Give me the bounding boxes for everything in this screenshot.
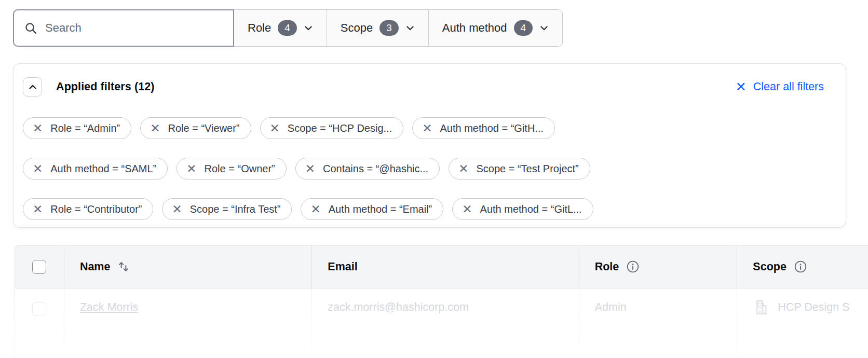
dropdown-label: Role xyxy=(248,21,271,35)
filter-pill[interactable]: ✕ Role = “Admin” xyxy=(23,117,131,139)
count-badge: 4 xyxy=(514,20,533,36)
remove-filter-icon[interactable]: ✕ xyxy=(33,163,43,175)
filter-pill[interactable]: ✕ Auth method = “Email” xyxy=(301,198,443,220)
sort-icon[interactable] xyxy=(117,260,130,273)
applied-filters-header: Applied filters (12) ✕ Clear all filters xyxy=(23,77,824,97)
filter-pill-label: Role = “Viewer” xyxy=(168,122,240,134)
user-name-link[interactable]: Zack Morris xyxy=(80,301,138,314)
user-scope: HCP Design S xyxy=(778,301,849,314)
filter-pill[interactable]: ✕ Role = “Contributor” xyxy=(23,198,153,220)
remove-filter-icon[interactable]: ✕ xyxy=(270,122,280,134)
search-box[interactable] xyxy=(13,9,234,47)
chevron-down-icon xyxy=(539,23,549,33)
filter-pill[interactable]: ✕ Auth method = “SAML” xyxy=(23,158,168,180)
scope-filter-dropdown[interactable]: Scope 3 xyxy=(327,9,428,47)
remove-filter-icon[interactable]: ✕ xyxy=(150,122,160,134)
filter-pill-label: Scope = “HCP Desig... xyxy=(288,122,392,134)
table-header-row: Name Email Role Scope xyxy=(15,245,868,288)
table-row: Zack Morris zack.morris@hashicorp.com Ad… xyxy=(15,288,868,358)
clear-all-filters-label: Clear all filters xyxy=(753,80,824,93)
applied-filters-title: Applied filters (12) xyxy=(56,80,155,93)
remove-filter-icon[interactable]: ✕ xyxy=(186,163,196,175)
row-cell-name: Zack Morris xyxy=(64,288,311,358)
count-badge: 3 xyxy=(379,20,399,36)
clear-all-filters-link[interactable]: ✕ Clear all filters xyxy=(736,80,824,93)
row-cell-scope: HCP Design S xyxy=(737,288,868,358)
filter-pill-label: Role = “Contributor” xyxy=(50,203,142,215)
applied-filters-panel: Applied filters (12) ✕ Clear all filters… xyxy=(13,63,846,228)
remove-filter-icon[interactable]: ✕ xyxy=(458,163,468,175)
filter-pill[interactable]: ✕ Role = “Viewer” xyxy=(140,117,251,139)
filter-pill[interactable]: ✕ Scope = “HCP Desig... xyxy=(260,117,404,139)
filter-pill-label: Auth method = “GitL... xyxy=(480,203,582,215)
column-label-role: Role xyxy=(595,260,619,273)
filter-pill[interactable]: ✕ Auth method = “GitH... xyxy=(412,117,555,139)
filter-pill-label: Auth method = “SAML” xyxy=(50,163,156,175)
remove-filter-icon[interactable]: ✕ xyxy=(33,122,43,134)
column-label-scope: Scope xyxy=(753,260,786,273)
header-cell-email: Email xyxy=(311,245,578,288)
dropdown-label: Auth method xyxy=(442,21,507,35)
collapse-panel-button[interactable] xyxy=(23,77,42,97)
clear-x-icon: ✕ xyxy=(736,80,747,93)
header-cell-role: Role xyxy=(579,245,737,288)
user-email: zack.morris@hashicorp.com xyxy=(328,301,469,314)
row-cell-email: zack.morris@hashicorp.com xyxy=(311,288,578,358)
filter-pill[interactable]: ✕ Scope = “Infra Test” xyxy=(162,198,292,220)
filter-pills: ✕ Role = “Admin” ✕ Role = “Viewer” ✕ Sco… xyxy=(23,117,824,220)
filter-pill[interactable]: ✕ Role = “Owner” xyxy=(177,158,286,180)
column-label-email: Email xyxy=(328,260,357,273)
header-cell-scope: Scope xyxy=(737,245,868,288)
row-cell-role: Admin xyxy=(579,288,737,358)
remove-filter-icon[interactable]: ✕ xyxy=(462,203,472,215)
header-cell-name[interactable]: Name xyxy=(64,245,311,288)
filter-pill-label: Scope = “Infra Test” xyxy=(190,203,281,215)
remove-filter-icon[interactable]: ✕ xyxy=(305,163,315,175)
filter-pill-label: Auth method = “Email” xyxy=(329,203,432,215)
remove-filter-icon[interactable]: ✕ xyxy=(33,203,43,215)
user-role: Admin xyxy=(595,301,627,314)
filter-pill-label: Role = “Admin” xyxy=(50,122,120,134)
users-table: Name Email Role Scope Zack Morris xyxy=(15,245,868,358)
chevron-down-icon xyxy=(405,23,415,33)
chevron-up-icon xyxy=(28,82,37,92)
org-building-icon xyxy=(753,299,770,316)
chevron-down-icon xyxy=(304,23,313,33)
auth-method-filter-dropdown[interactable]: Auth method 4 xyxy=(428,9,563,47)
info-icon[interactable] xyxy=(626,260,640,273)
count-badge: 4 xyxy=(278,20,297,36)
column-label-name: Name xyxy=(80,260,111,273)
info-icon[interactable] xyxy=(794,260,807,273)
filter-pill-label: Contains = “@hashic... xyxy=(323,163,428,175)
search-input[interactable] xyxy=(45,21,223,35)
filter-pill[interactable]: ✕ Contains = “@hashic... xyxy=(295,158,440,180)
select-all-checkbox[interactable] xyxy=(32,260,46,274)
filter-pill[interactable]: ✕ Scope = “Test Project” xyxy=(449,158,590,180)
filter-pill[interactable]: ✕ Auth method = “GitL... xyxy=(452,198,593,220)
header-cell-select xyxy=(15,245,64,288)
filter-toolbar: Role 4 Scope 3 Auth method 4 xyxy=(13,9,563,47)
remove-filter-icon[interactable]: ✕ xyxy=(172,203,182,215)
role-filter-dropdown[interactable]: Role 4 xyxy=(234,9,327,47)
filter-pill-label: Auth method = “GitH... xyxy=(440,122,544,134)
remove-filter-icon[interactable]: ✕ xyxy=(422,122,432,134)
remove-filter-icon[interactable]: ✕ xyxy=(310,203,320,215)
row-cell-select xyxy=(15,288,64,358)
search-icon xyxy=(24,22,37,35)
filter-pill-label: Scope = “Test Project” xyxy=(476,163,578,175)
row-checkbox[interactable] xyxy=(32,302,46,316)
dropdown-label: Scope xyxy=(341,21,373,35)
filter-pill-label: Role = “Owner” xyxy=(205,163,275,175)
